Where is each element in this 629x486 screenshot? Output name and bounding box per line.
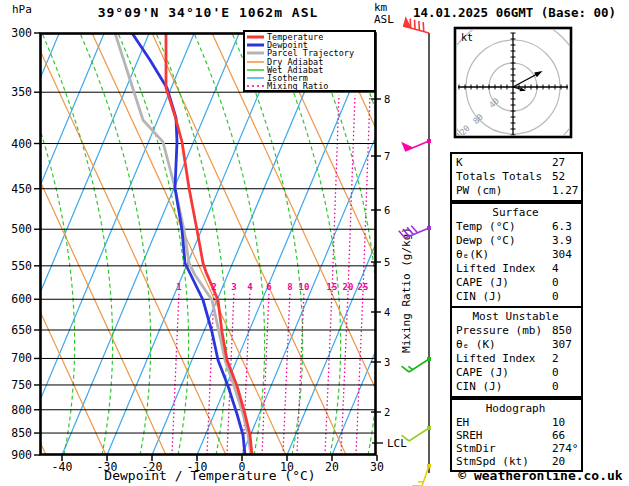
legend-line-sample [247, 66, 264, 74]
mixing-ratio-value-label: 15 [327, 282, 338, 292]
table-row-label: Lifted Index [456, 262, 535, 275]
temp-tick-label: 30 [370, 460, 384, 474]
wind-barb [413, 464, 431, 486]
pressure-tick-label: 350 [11, 85, 32, 99]
km-tick-label: 4 [384, 306, 390, 318]
pressure-tick-label: 550 [11, 259, 32, 273]
table-row-value: 2 [552, 352, 559, 366]
isotherm-line [62, 33, 239, 455]
table-row-label: K [456, 156, 463, 169]
wind-barb-station-dot [427, 357, 431, 361]
mixing-ratio-value-label: 4 [247, 282, 253, 292]
legend-line-sample [247, 41, 264, 49]
pressure-tick-label: 650 [11, 323, 32, 337]
wind-barb-station-dot [427, 226, 431, 230]
wind-barb-flag [401, 142, 413, 151]
mixing-ratio-value-label: 25 [358, 282, 369, 292]
mixing-ratio-value-label: 2 [211, 282, 216, 292]
mixing-ratio-line [283, 292, 290, 455]
indices-table: K27Totals Totals52PW (cm)1.27 [450, 152, 583, 202]
table-row-label: PW (cm) [456, 184, 502, 197]
mixing-ratio-value-label: 1 [176, 282, 181, 292]
table-row-value: 10 [552, 416, 565, 429]
pressure-tick-label: 900 [11, 448, 32, 462]
table-row-value: 0 [552, 290, 559, 304]
wet-adiabat-line [232, 33, 303, 455]
mixing-ratio-value-label: 3 [231, 282, 236, 292]
wind-barb-shaft [422, 466, 429, 486]
km-tick-label: 3 [384, 356, 390, 368]
pressure-tick-label: 700 [11, 351, 32, 365]
hodograph-arrow-head [534, 71, 542, 77]
table-row: CIN (J)0 [456, 290, 581, 304]
table-row-label: StmSpd (kt) [456, 455, 529, 468]
table-row: Temp (°C)6.3 [456, 220, 581, 234]
table-row-value: 304 [552, 248, 572, 262]
indices-table: Most UnstablePressure (mb)850θₑ (K)307Li… [450, 306, 583, 398]
km-tick-label: 6 [384, 204, 390, 216]
table-row: Lifted Index4 [456, 262, 581, 276]
wind-barb-full [415, 20, 416, 29]
table-row-value: 4 [552, 262, 559, 276]
table-row: PW (cm)1.27 [456, 184, 581, 198]
copyright: © weatheronline.co.uk [452, 468, 629, 483]
mixing-ratio-axis-title: Mixing Ratio (g/kg) [400, 227, 413, 353]
wind-barb-shaft [403, 26, 429, 33]
legend-item-label: Mixing Ratio [267, 81, 328, 91]
mixing-ratio-value-label: 6 [266, 282, 271, 292]
wet-adiabat-line [80, 33, 151, 455]
table-row-value: 66 [552, 429, 565, 442]
table-row: Dewp (°C)3.9 [456, 234, 581, 248]
table-row-value: 52 [552, 170, 565, 184]
table-row-label: Totals Totals [456, 170, 542, 183]
table-row-value: 307 [552, 338, 572, 352]
table-row: θₑ(K)304 [456, 248, 581, 262]
wind-barb [402, 426, 431, 441]
plot-border [41, 34, 376, 455]
km-tick-label: 7 [384, 150, 390, 162]
table-row-label: θₑ (K) [456, 338, 496, 351]
temp-tick-label: 20 [325, 460, 339, 474]
lcl-label: LCL [387, 437, 407, 450]
table-row-label: θₑ(K) [456, 248, 489, 261]
table-row: K27 [456, 156, 581, 170]
isotherm-line [242, 33, 419, 455]
mixing-ratio-line [172, 292, 179, 455]
table-row-label: Pressure (mb) [456, 324, 542, 337]
wind-barb-full [423, 22, 424, 31]
table-row-label: EH [456, 416, 469, 429]
wet-adiabat-line [384, 33, 455, 455]
pressure-tick-label: 750 [11, 378, 32, 392]
skewt-sounding-page: hPa 39°09'N 34°10'E 1062m ASL 14.01.2025… [0, 0, 629, 486]
wind-barb-half [408, 366, 412, 369]
table-row: CAPE (J)0 [456, 276, 581, 290]
pressure-tick-label: 850 [11, 426, 32, 440]
table-row: SREH66 [456, 429, 581, 442]
table-row-label: CIN (J) [456, 380, 502, 393]
table-row-value: 3.9 [552, 234, 572, 248]
table-row: CIN (J)0 [456, 380, 581, 394]
hodograph-ring-label: 80 [471, 112, 485, 126]
km-tick-label: 2 [384, 406, 390, 418]
indices-table: SurfaceTemp (°C)6.3Dewp (°C)3.9θₑ(K)304L… [450, 202, 583, 308]
table-header: Hodograph [456, 402, 581, 416]
wind-barb-full [402, 366, 409, 372]
chart-legend: TemperatureDewpointParcel TrajectoryDry … [243, 30, 376, 92]
mixing-ratio-line [363, 95, 370, 292]
table-row: StmSpd (kt)20 [456, 455, 581, 468]
wind-barb [401, 139, 431, 151]
mixing-ratio-line [348, 95, 355, 292]
isotherm-line [197, 33, 374, 455]
wind-barb [403, 16, 429, 33]
table-row: Lifted Index2 [456, 352, 581, 366]
table-row-value: 20 [552, 455, 565, 468]
pressure-tick-label: 400 [11, 137, 32, 151]
wind-barb-shaft [409, 428, 429, 441]
table-row-label: StmDir [456, 442, 496, 455]
pressure-tick-label: 800 [11, 403, 32, 417]
table-row-value: 0 [552, 366, 559, 380]
table-row-label: CAPE (J) [456, 276, 509, 289]
table-row-label: CAPE (J) [456, 366, 509, 379]
mixing-ratio-value-label: 10 [299, 282, 310, 292]
table-row-label: CIN (J) [456, 290, 502, 303]
